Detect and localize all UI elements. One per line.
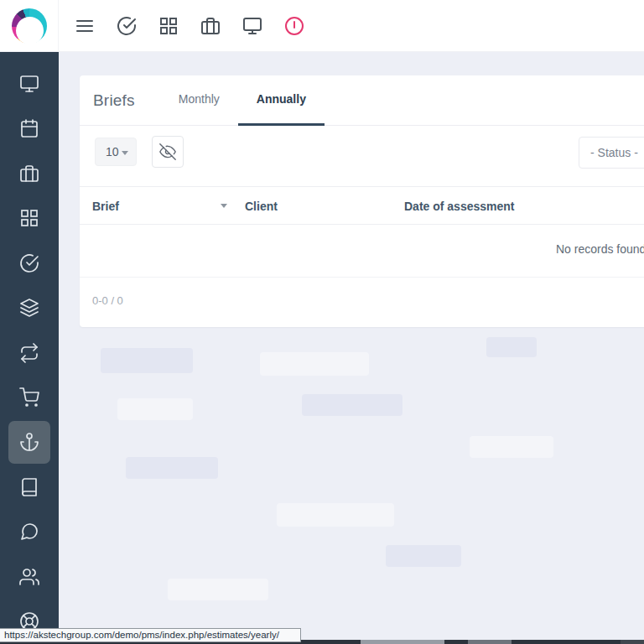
sidebar-item-orders[interactable]: [0, 375, 59, 419]
users-icon: [19, 567, 39, 587]
book-icon: [19, 477, 39, 497]
ghost-block: [302, 394, 402, 416]
column-header-brief[interactable]: Brief: [92, 187, 119, 226]
sidebar-item-team[interactable]: [0, 554, 59, 599]
monitor-icon[interactable]: [241, 14, 264, 38]
table-empty-row: No records found: [80, 225, 644, 277]
ghost-block: [277, 503, 394, 527]
logo-container: [0, 0, 59, 52]
alert-circle-icon[interactable]: [283, 14, 306, 38]
app-logo[interactable]: [12, 8, 47, 44]
sidebar-item-apps[interactable]: [0, 195, 59, 240]
grid-icon[interactable]: [157, 14, 180, 38]
toggle-columns-button[interactable]: [152, 136, 184, 168]
status-filter-select[interactable]: - Status -: [579, 137, 644, 169]
card-header: Briefs Monthly Annually: [80, 75, 644, 126]
tab-monthly[interactable]: Monthly: [160, 75, 238, 126]
ghost-block: [486, 337, 537, 357]
layers-icon: [19, 298, 39, 318]
ghost-block: [260, 352, 369, 376]
check-circle-icon: [19, 253, 39, 273]
sidebar-item-layers[interactable]: [0, 285, 59, 330]
strip-segment: [621, 640, 644, 644]
shopping-cart-icon: [19, 387, 39, 408]
sidebar-item-estimates-active[interactable]: [0, 420, 59, 465]
strip-segment: [361, 640, 444, 644]
sidebar-item-dashboard[interactable]: [0, 61, 59, 106]
table-header-row: Brief Client Date of assessment: [80, 186, 644, 225]
repeat-icon: [19, 343, 39, 363]
browser-status-url: https://akstechgroup.com/demo/pms/index.…: [0, 628, 301, 642]
menu-icon[interactable]: [73, 14, 96, 38]
anchor-icon: [19, 432, 39, 452]
message-circle-icon: [19, 522, 39, 542]
sidebar-item-calendar[interactable]: [0, 106, 59, 150]
column-header-date-of-assessment[interactable]: Date of assessment: [404, 187, 515, 226]
tab-bar: Monthly Annually: [160, 75, 325, 126]
sidebar-item-tasks[interactable]: [0, 241, 59, 285]
tab-annually[interactable]: Annually: [238, 75, 325, 126]
page-size-select[interactable]: 10: [95, 138, 137, 166]
pagination-row: 0-0 / 0: [80, 277, 644, 327]
top-header: [0, 0, 644, 52]
ghost-block: [101, 348, 193, 373]
ghost-block: [470, 436, 553, 458]
empty-message: No records found: [556, 242, 644, 256]
table-toolbar: 10 - Status -: [80, 126, 644, 186]
status-filter-value: - Status -: [590, 146, 638, 159]
pagination-range: 0-0 / 0: [92, 294, 123, 307]
app-window: Briefs Monthly Annually 10 - Status -: [0, 0, 644, 644]
monitor-icon: [19, 74, 39, 94]
sidebar: [0, 52, 59, 644]
strip-segment: [468, 640, 512, 644]
check-circle-icon[interactable]: [115, 14, 138, 38]
ghost-block: [126, 457, 218, 479]
main-content: Briefs Monthly Annually 10 - Status -: [59, 52, 644, 644]
sidebar-item-messages[interactable]: [0, 510, 59, 554]
page-title: Briefs: [93, 91, 135, 110]
column-header-client[interactable]: Client: [245, 187, 278, 226]
sort-caret-icon[interactable]: [221, 204, 227, 208]
calendar-icon: [19, 118, 39, 138]
briefs-card: Briefs Monthly Annually 10 - Status -: [80, 75, 644, 327]
eye-off-icon: [159, 143, 176, 160]
grid-icon: [19, 208, 39, 228]
briefcase-icon[interactable]: [199, 14, 222, 38]
sidebar-item-knowledge-base[interactable]: [0, 465, 59, 509]
page-size-value: 10: [106, 145, 119, 158]
sidebar-item-projects[interactable]: [0, 151, 59, 195]
ghost-block: [117, 398, 193, 420]
ghost-block: [386, 545, 461, 567]
sidebar-item-subscriptions[interactable]: [0, 330, 59, 375]
briefcase-icon: [19, 164, 39, 184]
caret-down-icon: [122, 151, 128, 155]
ghost-block: [168, 579, 268, 600]
